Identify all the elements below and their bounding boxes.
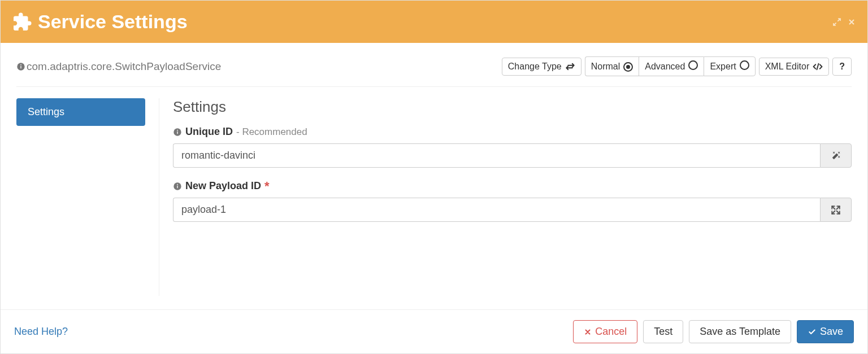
expand-icon[interactable]	[832, 18, 841, 27]
expand-field-button[interactable]	[820, 198, 852, 222]
new-payload-id-label: New Payload ID	[185, 180, 261, 192]
puzzle-icon	[12, 12, 32, 32]
modal-title: Service Settings	[38, 11, 188, 33]
section-title: Settings	[173, 98, 852, 116]
view-mode-normal-button[interactable]: Normal	[585, 56, 639, 76]
view-mode-expert-button[interactable]: Expert	[704, 56, 755, 76]
unique-id-hint: - Recommended	[236, 126, 307, 138]
close-icon	[584, 328, 592, 336]
new-payload-id-input[interactable]	[173, 198, 820, 222]
check-icon	[808, 328, 817, 336]
side-tabs: Settings	[16, 98, 145, 296]
exchange-icon	[565, 63, 575, 71]
xml-editor-button[interactable]: XML Editor	[759, 58, 830, 76]
svg-point-2	[20, 64, 21, 65]
modal-footer: Need Help? Cancel Test Save as Template	[1, 309, 867, 353]
info-icon	[16, 62, 25, 71]
cancel-button[interactable]: Cancel	[573, 320, 637, 343]
info-icon[interactable]	[173, 182, 182, 191]
form-group-unique-id: Unique ID - Recommended	[173, 126, 852, 168]
info-icon[interactable]	[173, 128, 182, 137]
svg-rect-5	[177, 131, 177, 134]
divider	[16, 86, 852, 87]
help-button[interactable]: ?	[832, 58, 852, 76]
svg-rect-1	[20, 65, 21, 68]
svg-point-9	[177, 183, 178, 185]
magic-wand-button[interactable]	[820, 143, 852, 168]
radio-selected-icon	[623, 61, 633, 72]
modal-header: Service Settings	[1, 1, 867, 43]
change-type-button[interactable]: Change Type	[502, 58, 581, 76]
modal-body: com.adaptris.core.SwitchPayloadService C…	[1, 43, 867, 309]
save-button[interactable]: Save	[797, 320, 854, 343]
code-icon	[813, 63, 823, 71]
service-settings-modal: Service Settings	[0, 0, 868, 354]
service-classname: com.adaptris.core.SwitchPayloadService	[16, 60, 221, 73]
unique-id-input[interactable]	[173, 143, 820, 168]
svg-line-3	[817, 63, 819, 69]
tab-settings[interactable]: Settings	[16, 98, 145, 126]
need-help-link[interactable]: Need Help?	[14, 326, 68, 338]
expand-arrows-icon	[831, 205, 841, 215]
svg-point-6	[177, 129, 178, 130]
required-indicator: *	[264, 183, 270, 189]
close-icon[interactable]	[847, 18, 856, 27]
radio-unselected-icon	[740, 60, 749, 72]
form-group-new-payload-id: New Payload ID *	[173, 180, 852, 222]
unique-id-label: Unique ID	[185, 126, 233, 138]
magic-wand-icon	[831, 151, 841, 161]
save-as-template-button[interactable]: Save as Template	[689, 320, 791, 343]
radio-unselected-icon	[688, 60, 698, 72]
view-mode-advanced-button[interactable]: Advanced	[639, 56, 704, 76]
form-panel: Settings Unique ID - Recommended	[159, 98, 852, 296]
test-button[interactable]: Test	[643, 320, 683, 343]
svg-rect-8	[177, 185, 177, 188]
